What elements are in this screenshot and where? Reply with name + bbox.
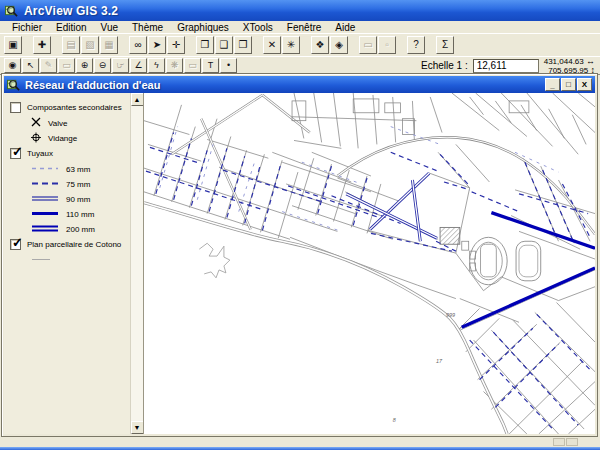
view-title: Réseau d'adduction d'eau (25, 79, 540, 91)
zoom-active-theme-button[interactable]: ❑ (215, 36, 233, 54)
zoom-selected-button[interactable]: ❐ (234, 36, 252, 54)
clear-selection-icon: ▫ (385, 40, 389, 50)
tuyaux-checkbox[interactable] (10, 148, 21, 159)
plan-parcellaire-label: Plan parcellaire de Cotono (27, 240, 121, 249)
zoom-in-tool-button[interactable]: ⊕ (76, 58, 93, 73)
menu-theme[interactable]: Thème (125, 22, 170, 33)
view-titlebar[interactable]: Réseau d'adduction d'eau _□X (4, 76, 595, 93)
measure-tool-button[interactable]: ∠ (130, 58, 147, 73)
hotlink-tool-button[interactable]: ϟ (148, 58, 165, 73)
map-svg: 999178 (144, 93, 595, 434)
legend-class (30, 254, 130, 266)
legend-class-label: Vidange (48, 134, 77, 143)
menubar: FichierEditionVueThèmeGraphiquesXToolsFe… (0, 21, 600, 33)
legend-item-composantes-secondaires[interactable]: Composantes secondaires (10, 101, 128, 114)
zoom-view-extent-icon: ❖ (316, 40, 325, 50)
menu-vue[interactable]: Vue (94, 22, 125, 33)
zoom-full-extent-button[interactable]: ❒ (196, 36, 214, 54)
scroll-up-icon[interactable]: ▲ (131, 93, 144, 106)
edit-legend-button: ▧ (81, 36, 99, 54)
svg-text:17: 17 (436, 358, 443, 364)
menu-edition[interactable]: Edition (49, 22, 94, 33)
legend-class-label: 200 mm (66, 225, 95, 234)
help-button[interactable]: ? (407, 36, 425, 54)
minimize-button[interactable]: _ (545, 78, 560, 91)
edit-legend-icon: ▧ (85, 40, 94, 50)
zoom-out-step-button[interactable]: ✳ (282, 36, 300, 54)
coord-x-value: 431,044.63 (544, 57, 584, 66)
legend-class-label: 110 mm (66, 210, 94, 219)
valve-symbol (30, 117, 42, 129)
locate-address-icon: ➤ (153, 40, 161, 50)
add-theme-button[interactable]: ✚ (33, 36, 51, 54)
zoom-previous-icon: ◈ (335, 40, 343, 50)
legend-item-tuyaux[interactable]: Tuyaux (10, 147, 128, 160)
add-theme-icon: ✚ (38, 40, 46, 50)
zoom-in-tool-icon: ⊕ (81, 61, 89, 70)
locate-address-button[interactable]: ➤ (148, 36, 166, 54)
vidange-symbol (30, 132, 42, 145)
measure-tool-icon: ∠ (134, 61, 142, 70)
maximize-button[interactable]: □ (561, 78, 576, 91)
plan-parcellaire-checkbox[interactable] (10, 239, 21, 250)
scale-label: Echelle 1 : (421, 60, 468, 71)
app-titlebar[interactable]: ArcView GIS 3.2 (0, 0, 600, 21)
zoom-out-tool-icon: ⊖ (99, 61, 107, 70)
label-tool-icon: ❋ (171, 61, 179, 70)
map-canvas[interactable]: 999178 (143, 93, 595, 434)
window-controls: _□X (544, 78, 592, 91)
menu-graphiques[interactable]: Graphiques (170, 22, 236, 33)
plan-parcellaire-symbol (30, 255, 52, 266)
open-theme-table-icon: ▦ (104, 40, 113, 50)
legend-class: 63 mm (30, 163, 130, 175)
90-mm-symbol (30, 194, 60, 205)
pan-tool-icon: ☞ (116, 61, 124, 70)
view-document-window: Réseau d'adduction d'eau _□X Composantes… (1, 73, 598, 437)
110-mm-symbol (30, 209, 60, 220)
legend-scrollbar[interactable]: ▲ ▼ (130, 93, 143, 434)
select-features-graphic-button: ▭ (359, 36, 377, 54)
legend-class: Vidange (30, 132, 130, 144)
zoom-in-step-icon: ✕ (268, 40, 276, 50)
text-tool-icon: T (208, 61, 214, 70)
200-mm-symbol (30, 224, 60, 235)
zoom-in-step-button[interactable]: ✕ (263, 36, 281, 54)
label-tool-button: ❋ (166, 58, 183, 73)
save-project-icon: ▣ (8, 40, 17, 50)
sum-button[interactable]: Σ (436, 36, 454, 54)
query-builder-icon: ✛ (172, 40, 180, 50)
select-features-graphic-icon: ▭ (363, 40, 372, 50)
close-button[interactable]: X (577, 78, 592, 91)
menu-fenetre[interactable]: Fenêtre (280, 22, 328, 33)
query-builder-button[interactable]: ✛ (167, 36, 185, 54)
coordinate-readout: 431,044.63 ↔ 705,695.95 ↕ (544, 57, 595, 75)
legend-class-label: Valve (48, 119, 67, 128)
pan-tool-button[interactable]: ☞ (112, 58, 129, 73)
main-button-bar: ▣✚▤▧▦∞➤✛❒❑❐✕✳❖◈▭▫?Σ (0, 33, 600, 56)
identify-button[interactable]: ◉ (4, 58, 21, 73)
composantes-secondaires-checkbox[interactable] (10, 102, 21, 113)
pointer-button[interactable]: ↖ (22, 58, 39, 73)
zoom-previous-button[interactable]: ◈ (330, 36, 348, 54)
zoom-view-extent-button[interactable]: ❖ (311, 36, 329, 54)
select-feature-icon: ▭ (62, 61, 71, 70)
scroll-down-icon[interactable]: ▼ (131, 421, 144, 434)
menu-fichier[interactable]: Fichier (5, 22, 49, 33)
save-project-button[interactable]: ▣ (4, 36, 22, 54)
sum-icon: Σ (442, 40, 448, 50)
zoom-out-tool-button[interactable]: ⊖ (94, 58, 111, 73)
menu-xtools[interactable]: XTools (236, 22, 280, 33)
zoom-full-extent-icon: ❒ (201, 40, 210, 50)
legend-item-plan-parcellaire[interactable]: Plan parcellaire de Cotono (10, 238, 128, 251)
draw-point-tool-icon: • (227, 61, 230, 70)
find-button[interactable]: ∞ (129, 36, 147, 54)
scale-input[interactable] (473, 59, 539, 73)
legend-class: 110 mm (30, 208, 130, 220)
composantes-secondaires-label: Composantes secondaires (27, 103, 122, 112)
draw-point-tool-button[interactable]: • (220, 58, 237, 73)
hotlink-tool-icon: ϟ (154, 61, 159, 70)
text-tool-button[interactable]: T (202, 58, 219, 73)
view-body: Composantes secondairesValveVidangeTuyau… (4, 93, 595, 434)
menu-aide[interactable]: Aide (328, 22, 362, 33)
tuyaux-label: Tuyaux (27, 149, 53, 158)
